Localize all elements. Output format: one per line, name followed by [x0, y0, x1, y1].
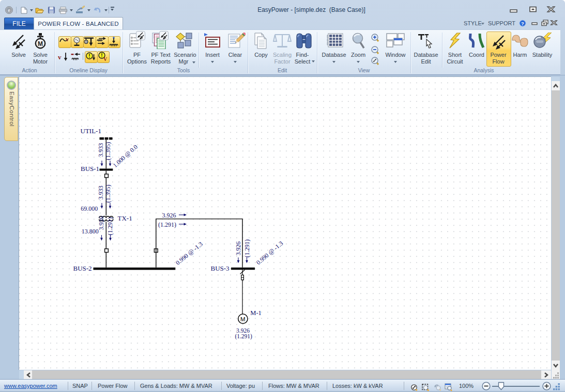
svg-text:e: e — [8, 7, 10, 13]
svg-text:BUS-3: BUS-3 — [211, 264, 230, 272]
svg-text:(1.291): (1.291) — [158, 221, 176, 228]
svg-text:TX-1: TX-1 — [118, 214, 132, 222]
svg-text:(1.395): (1.395) — [104, 142, 112, 160]
svg-text:3.926: 3.926 — [235, 242, 242, 256]
svg-text:M: M — [38, 40, 43, 48]
svg-text:13.800: 13.800 — [82, 228, 99, 235]
svg-text:M: M — [240, 316, 246, 322]
svg-text:BUS-1: BUS-1 — [81, 165, 99, 173]
svg-text:!: ! — [88, 53, 90, 59]
svg-text:V: V — [103, 56, 108, 62]
svg-text:(1.395): (1.395) — [104, 185, 112, 203]
svg-text:3.933: 3.933 — [97, 143, 104, 157]
svg-text:3.933: 3.933 — [97, 186, 104, 200]
svg-text:UTIL-1: UTIL-1 — [81, 127, 101, 135]
svg-text:3.926: 3.926 — [236, 327, 250, 334]
svg-text:(1.291): (1.291) — [235, 333, 252, 340]
svg-text:3.926: 3.926 — [98, 216, 105, 230]
svg-text:M: M — [85, 40, 87, 43]
svg-text:M-1: M-1 — [250, 309, 262, 317]
svg-text:!: ! — [101, 53, 102, 58]
svg-text:BUS-2: BUS-2 — [73, 264, 92, 272]
svg-text:(1.291): (1.291) — [106, 217, 114, 236]
svg-text:3.926: 3.926 — [162, 212, 176, 219]
svg-text:69.000: 69.000 — [81, 205, 98, 212]
svg-text:v: v — [58, 53, 62, 61]
svg-text:?: ? — [521, 21, 524, 26]
svg-text:(1.291): (1.291) — [243, 240, 251, 258]
svg-text:V: V — [66, 37, 69, 42]
